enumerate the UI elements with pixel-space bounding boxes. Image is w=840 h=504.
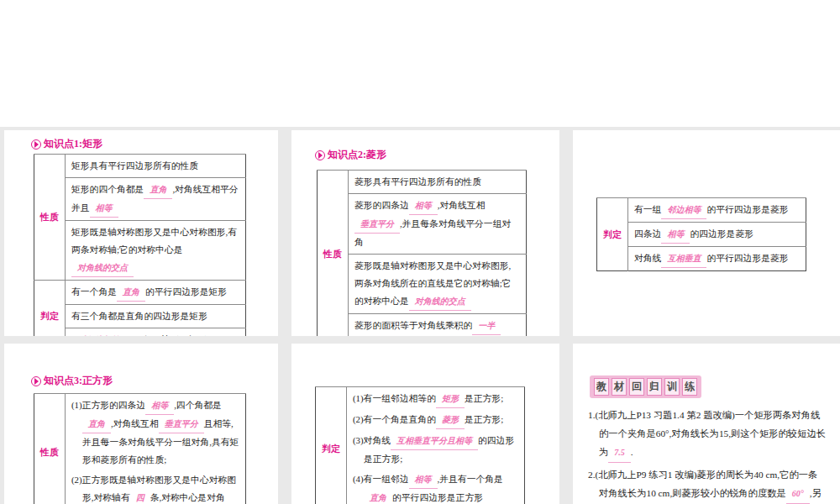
answer-blank: 相等 — [409, 197, 438, 215]
table-cell: 有一个角是直角的平行四边形是矩形 — [66, 281, 246, 305]
play-icon — [31, 139, 41, 150]
answer-blank: 互相垂直 — [661, 249, 706, 268]
badge-char: 材 — [612, 378, 627, 396]
kp2-properties-table: 性质菱形具有平行四边形所有的性质菱形的四条边相等,对角线互相垂直平分,并且每条对… — [317, 170, 527, 336]
table-cell: 对角线相等的平行四边形是矩形 — [66, 328, 246, 337]
badge-char: 练 — [682, 378, 697, 396]
kp3-title: 知识点3:正方形 — [44, 374, 113, 388]
panel-square-judgement: 判定(1)有一组邻边相等的矩形是正方形;(2)有一个角是直角的菱形是正方形;(3… — [291, 344, 559, 504]
text-run: (2)有一个角是直角的 — [353, 414, 436, 424]
text-run: 的平行四边形是菱形 — [706, 204, 788, 214]
text-run: 的平行四边形是正方形 — [392, 492, 483, 502]
table-cell: 菱形既是轴对称图形又是中心对称图形,两条对角线所在的直线是它的对称轴;它的对称中… — [349, 255, 527, 314]
text-run: (4)有一组邻边 — [353, 474, 409, 484]
text-run: 菱形的四条边 — [354, 200, 409, 210]
table-cell: 菱形的面积等于对角线乘积的一半 — [349, 314, 527, 337]
answer-blank: 一半 — [472, 317, 501, 335]
table-cell: (2)正方形既是轴对称图形又是中心对称图形,对称轴有四条,对称中心是对角 — [66, 471, 246, 504]
answer-blank: 相等 — [145, 396, 174, 415]
text-run: ,四个角都是 — [174, 400, 222, 410]
table-row: (2)有一个角是直角的菱形是正方形; — [316, 411, 525, 432]
table-row: 菱形的面积等于对角线乘积的一半 — [318, 314, 527, 337]
answer-blank: 四 — [130, 489, 150, 504]
badge-char: 回 — [629, 378, 644, 396]
row-group-label: 性质 — [34, 155, 66, 281]
table-row: 菱形的四条边相等,对角线互相垂直平分,并且每条对角线平分一组对角 — [318, 194, 527, 255]
table-row: 对角线互相垂直的平行四边形是菱形 — [597, 247, 806, 271]
table-row: 有三个角都是直角的四边形是矩形 — [34, 305, 246, 328]
text-run: . — [631, 447, 633, 457]
table-cell: (1)有一组邻边相等的矩形是正方形; — [347, 387, 525, 412]
table-row: 性质菱形具有平行四边形所有的性质 — [318, 171, 527, 194]
table-row: 性质(1)正方形的四条边相等,四个角都是直角,对角线互相垂直平分且相等,并且每一… — [34, 394, 246, 472]
answer-blank: 邻边相等 — [661, 201, 706, 219]
answer-blank: 垂直平分 — [159, 415, 204, 433]
text-run: ,并且有一个角是 — [438, 474, 503, 484]
text-run: (3)对角线 — [353, 435, 391, 445]
square-judgement-table: 判定(1)有一组邻边相等的矩形是正方形;(2)有一个角是直角的菱形是正方形;(3… — [315, 386, 525, 504]
table-row: 判定有一个角是直角的平行四边形是矩形 — [34, 281, 246, 305]
table-row: 对角线相等的平行四边形是矩形 — [34, 328, 246, 337]
text-run: 矩形的四个角都是 — [71, 184, 144, 194]
badge-char: 训 — [664, 378, 680, 396]
panel-textbook-training: 教材回归训练 1.(北师九上P13 习题1.4 第2 题改编)一个矩形两条对角线… — [573, 344, 840, 504]
text-run: 对角线 — [634, 253, 661, 263]
answer-blank: 60° — [786, 485, 810, 504]
panel-rhombus-judgement: 判定有一组邻边相等的平行四边形是菱形四条边相等的四边形是菱形对角线互相垂直的平行… — [573, 130, 840, 336]
panel-knowledge-point-2-rhombus: 知识点2:菱形 性质菱形具有平行四边形所有的性质菱形的四条边相等,对角线互相垂直… — [291, 130, 559, 336]
text-run: 菱形具有平行四边形所有的性质 — [354, 176, 481, 186]
table-cell: 有一组邻边相等的平行四边形是菱形 — [628, 198, 806, 223]
table-cell: (2)有一个角是直角的菱形是正方形; — [347, 411, 525, 432]
table-row: 矩形的四个角都是直角,对角线互相平分并且相等 — [34, 178, 246, 221]
answer-blank: 直角 — [82, 415, 111, 433]
table-cell: 有三个角都是直角的四边形是矩形 — [66, 305, 246, 328]
play-icon — [31, 376, 41, 386]
table-cell: (4)有一组邻边相等,并且有一个角是直角的平行四边形是正方形 — [347, 470, 525, 504]
kp1-table: 性质矩形具有平行四边形所有的性质矩形的四个角都是直角,对角线互相平分并且相等矩形… — [34, 154, 246, 336]
training-item: 1.(北师九上P13 习题1.4 第2 题改编)一个矩形两条对角线的一个夹角是6… — [588, 406, 827, 463]
row-group-label: 判定 — [34, 281, 66, 337]
answer-blank: 相等 — [661, 225, 690, 244]
table-row: 矩形既是轴对称图形又是中心对称图形,有两条对称轴;它的对称中心是对角线的交点 — [34, 221, 246, 281]
text-run: 有一组 — [634, 204, 661, 214]
answer-blank: 对角线的交点 — [71, 259, 134, 277]
answer-blank: 相等 — [90, 199, 118, 218]
training-item: 2.(北师九上P9 练习1 改编)菱形的周长为40 cm,它的一条对角线长为10… — [588, 465, 827, 504]
answer-blank: 对角线相等 — [71, 331, 125, 336]
table-cell: 四条边相等的四边形是菱形 — [628, 223, 806, 247]
kp1-header: 知识点1:矩形 — [31, 137, 102, 151]
answer-blank: 相等 — [409, 470, 438, 489]
row-group-label: 判定 — [316, 387, 347, 504]
table-row: (3)对角线互相垂直平分且相等的四边形是正方形; — [316, 432, 525, 470]
answer-blank: 菱形 — [436, 411, 465, 429]
text-run: 是正方形; — [465, 393, 503, 403]
text-run: 菱形的面积等于对角线乘积的 — [354, 320, 472, 330]
text-run: 有一个角是 — [71, 286, 117, 297]
panel-knowledge-point-3-square: 知识点3:正方形 性质(1)正方形的四条边相等,四个角都是直角,对角线互相垂直平… — [4, 344, 278, 504]
text-run: (1)有一组邻边相等的 — [353, 393, 436, 403]
table-row: 判定有一组邻边相等的平行四边形是菱形 — [597, 198, 806, 223]
training-item-list: 1.(北师九上P13 习题1.4 第2 题改编)一个矩形两条对角线的一个夹角是6… — [588, 406, 827, 504]
row-group-label: 判定 — [597, 198, 628, 271]
answer-blank: 矩形 — [436, 390, 465, 408]
text-run: 的四边形是菱形 — [690, 228, 753, 239]
kp2-header: 知识点2:菱形 — [315, 148, 386, 162]
answer-blank: 直角 — [144, 181, 172, 199]
play-icon — [315, 150, 325, 160]
text-run: ,对角线互相 — [438, 200, 486, 210]
answer-blank: 互相垂直平分且相等 — [391, 432, 478, 450]
answer-blank: 对角线的交点 — [409, 292, 471, 311]
table-cell: (3)对角线互相垂直平分且相等的四边形是正方形; — [347, 432, 525, 470]
text-run: 矩形既是轴对称图形又是中心对称图形,有两条对称轴;它的对称中心是 — [71, 227, 237, 255]
text-run: 的平行四边形是菱形 — [706, 253, 788, 263]
table-row: 四条边相等的四边形是菱形 — [597, 223, 806, 247]
text-run: 条,对称中心是对角 — [150, 492, 225, 502]
badge-char: 教 — [594, 378, 609, 396]
kp1-title: 知识点1:矩形 — [44, 137, 102, 151]
kp3-header: 知识点3:正方形 — [31, 374, 113, 388]
table-row: (2)正方形既是轴对称图形又是中心对称图形,对称轴有四条,对称中心是对角 — [34, 471, 246, 504]
table-cell: 菱形具有平行四边形所有的性质 — [349, 171, 527, 194]
table-row: 判定(1)有一组邻边相等的矩形是正方形; — [316, 387, 525, 412]
text-run: 的平行四边形是矩形 — [145, 286, 227, 297]
training-title-badge: 教材回归训练 — [590, 375, 701, 398]
